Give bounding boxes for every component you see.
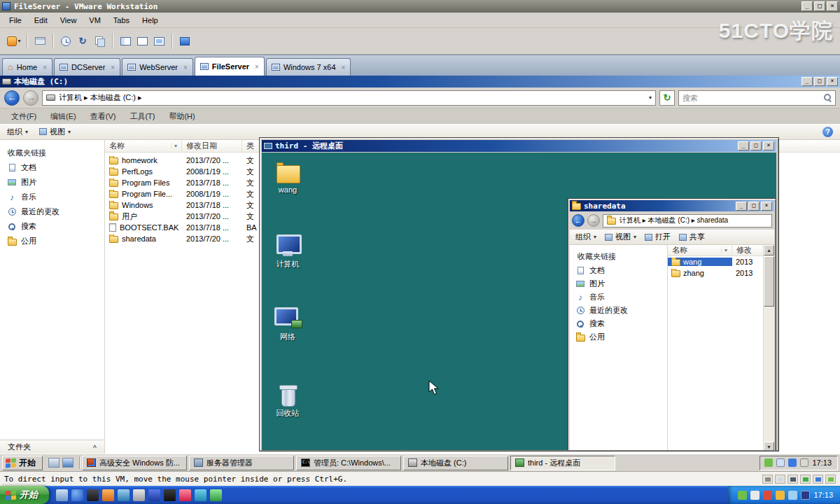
quick-launch-icon[interactable] <box>118 489 130 501</box>
close-icon[interactable]: × <box>763 141 774 150</box>
sound-icon[interactable] <box>813 475 823 484</box>
quick-launch-icon[interactable] <box>71 489 83 501</box>
sidebar-item-music[interactable]: ♪音乐 <box>0 190 104 204</box>
menu-tools[interactable]: 工具(T) <box>122 109 162 124</box>
column-header-date[interactable]: 修改日期 <box>182 140 242 152</box>
minimize-icon[interactable]: _ <box>736 202 747 211</box>
tab-windows7[interactable]: Windows 7 x64 × <box>266 58 351 76</box>
menu-help[interactable]: Help <box>136 14 164 27</box>
sidebar-item-pictures[interactable]: 图片 <box>570 277 667 290</box>
tab-webserver[interactable]: WebServer × <box>122 58 193 76</box>
search-box[interactable] <box>678 90 836 106</box>
folders-expander[interactable]: 文件夹 ^ <box>0 440 104 454</box>
tab-close-icon[interactable]: × <box>342 64 346 71</box>
scroll-down-icon[interactable]: ▼ <box>764 442 774 450</box>
minimize-icon[interactable]: _ <box>802 77 813 86</box>
organize-button[interactable]: 组织▾ <box>7 127 28 137</box>
explorer-icon[interactable] <box>62 458 74 468</box>
menu-tabs[interactable]: Tabs <box>107 14 136 27</box>
menu-file[interactable]: 文件(F) <box>4 109 43 124</box>
vertical-scrollbar[interactable]: ▲ ▼ <box>763 245 774 450</box>
restore-icon[interactable]: □ <box>814 77 825 86</box>
menu-edit[interactable]: 编辑(E) <box>43 109 83 124</box>
tray-icon[interactable] <box>776 491 785 500</box>
usb-icon[interactable] <box>825 475 836 484</box>
tray-status-icon[interactable] <box>764 458 773 467</box>
show-thumbnails-button[interactable] <box>134 34 150 49</box>
sidebar-item-documents[interactable]: 文档 <box>570 264 667 277</box>
file-row-selected[interactable]: wang2013 <box>668 256 763 267</box>
column-header-date[interactable]: 修改 <box>732 245 763 255</box>
menu-file[interactable]: File <box>3 14 28 27</box>
power-button[interactable]: ▾ <box>6 34 22 49</box>
tab-home[interactable]: ⌂ Home × <box>2 58 52 76</box>
remote-desktop-window[interactable]: third - 远程桌面 _ □ × wang 计算机 网 <box>259 137 779 451</box>
chevron-down-icon[interactable]: ▾ <box>171 143 177 149</box>
chevron-up-icon[interactable]: ^ <box>93 444 97 451</box>
sidebar-item-search[interactable]: 搜索 <box>570 317 667 330</box>
tray-icon[interactable] <box>750 491 760 500</box>
task-local-disk[interactable]: 本地磁盘 (C:) <box>403 456 508 470</box>
cdrom-icon[interactable] <box>775 475 785 484</box>
task-server-manager[interactable]: 服务器管理器 <box>189 456 294 470</box>
quick-launch-icon[interactable] <box>133 489 145 501</box>
hdd-icon[interactable] <box>762 475 773 484</box>
chevron-down-icon[interactable]: ▾ <box>649 94 652 101</box>
show-desktop-icon[interactable] <box>48 458 59 468</box>
menu-view[interactable]: View <box>54 14 83 27</box>
tab-close-icon[interactable]: × <box>111 64 115 71</box>
close-icon[interactable]: × <box>827 1 838 11</box>
menu-edit[interactable]: Edit <box>28 14 54 27</box>
back-button[interactable]: ← <box>572 214 584 227</box>
sidebar-item-recent-changes[interactable]: 最近的更改 <box>570 304 667 317</box>
refresh-button[interactable]: ↻ <box>659 90 675 106</box>
quick-launch-icon[interactable] <box>164 489 176 501</box>
tab-fileserver[interactable]: FileServer × <box>195 57 265 76</box>
quick-launch-icon[interactable] <box>195 489 206 501</box>
close-icon[interactable]: × <box>827 77 838 86</box>
desktop-icon-recycle-bin[interactable]: 回收站 <box>267 384 308 419</box>
revert-snapshot-button[interactable]: ↻ <box>74 34 91 49</box>
tray-icon[interactable] <box>788 491 797 500</box>
desktop-icon-wang[interactable]: wang <box>267 161 308 194</box>
sidebar-item-search[interactable]: 搜索 <box>0 219 104 234</box>
vm-console[interactable]: 本地磁盘 (C:) _ □ × ← → 计算机 ▸ 本地磁盘 (C:) ▸ ▾ … <box>0 76 840 471</box>
task-remote-desktop[interactable]: third - 远程桌面 <box>510 456 615 470</box>
task-cmd[interactable]: 管理员: C:\Windows\... <box>296 456 401 470</box>
ctrl-alt-del-button[interactable] <box>31 34 48 49</box>
remote-desktop[interactable]: wang 计算机 网络 回收站 sha <box>262 153 776 450</box>
search-input[interactable] <box>682 94 821 102</box>
sidebar-item-public[interactable]: 公用 <box>0 234 104 248</box>
scroll-up-icon[interactable]: ▲ <box>764 245 774 255</box>
tab-close-icon[interactable]: × <box>183 64 188 71</box>
start-button[interactable]: 开始 <box>2 456 43 470</box>
address-breadcrumb[interactable]: 计算机 ▸ 本地磁盘 (C:) ▸ ▾ <box>42 90 656 106</box>
floppy-icon[interactable] <box>788 475 798 484</box>
forward-button[interactable]: → <box>587 214 600 227</box>
tray-icon[interactable] <box>763 491 772 500</box>
tray-device-icon[interactable] <box>800 458 808 467</box>
organize-button[interactable]: 组织▾ <box>575 232 596 242</box>
host-clock[interactable]: 17:13 <box>813 491 833 499</box>
scrollbar-thumb[interactable] <box>764 256 774 307</box>
sharedata-window[interactable]: sharedata _ □ × ← → 计算机 ▸ 本地磁盘 (C:) ▸ sh… <box>568 198 776 450</box>
quick-launch-icon[interactable] <box>87 489 99 501</box>
column-header-type[interactable]: 类 <box>242 140 260 152</box>
maximize-icon[interactable]: □ <box>748 202 760 211</box>
tray-icon[interactable] <box>738 491 747 500</box>
host-start-button[interactable]: 开始 <box>0 486 49 504</box>
sharedata-titlebar[interactable]: sharedata _ □ × <box>570 200 774 211</box>
unity-button[interactable] <box>176 34 193 49</box>
sidebar-item-music[interactable]: ♪音乐 <box>570 290 667 304</box>
sidebar-item-pictures[interactable]: 图片 <box>0 175 104 190</box>
close-icon[interactable]: × <box>761 202 772 211</box>
task-firewall[interactable]: 高级安全 Windows 防... <box>82 456 187 470</box>
menu-help[interactable]: 帮助(H) <box>162 109 202 124</box>
menu-vm[interactable]: VM <box>83 14 107 27</box>
quick-launch-icon[interactable] <box>179 489 191 501</box>
menu-view[interactable]: 查看(V) <box>83 109 123 124</box>
show-library-button[interactable] <box>117 34 134 49</box>
fullscreen-button[interactable] <box>150 34 167 49</box>
views-button[interactable]: 视图▾ <box>39 127 71 137</box>
tray-icon[interactable] <box>801 491 810 500</box>
